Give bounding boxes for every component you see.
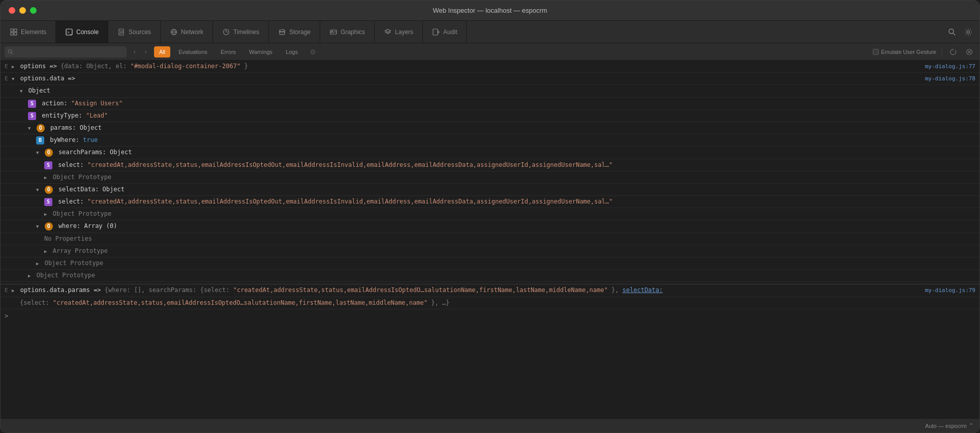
filter-warnings-button[interactable]: Warnings [244,46,278,57]
log-type-e-3: E [5,285,12,294]
tree-searchparams-select: S select: "createdAt,addressState,status… [1,159,979,171]
svg-point-24 [8,49,12,53]
filter-evaluations-button[interactable]: Evaluations [173,46,212,57]
searchparams-toggle[interactable] [36,148,39,157]
tree-where: O where: Array (0) [1,220,979,233]
console-clear-button[interactable] [963,46,975,58]
log-source-1[interactable]: my-dialog.js:77 [921,62,975,70]
statusbar-chevron[interactable]: ⌃ [969,422,973,429]
tab-network[interactable]: Network [161,21,213,43]
svg-line-25 [11,52,13,54]
window-controls [9,7,37,14]
timelines-icon [222,28,230,36]
console-settings-icon[interactable]: ⊙ [306,45,320,59]
statusbar: Auto — espocrm ⌃ [1,418,979,432]
tab-storage[interactable]: Storage [269,21,320,43]
log-content-3: options.data.params => {where: [], searc… [12,285,921,295]
tree-searchparams-proto-content: Object Prototype [12,172,975,182]
params-toggle[interactable] [28,123,30,133]
filter-logs-button[interactable]: Logs [281,46,303,57]
svg-point-23 [967,31,970,33]
graphics-icon [329,28,338,36]
search-icon[interactable] [945,25,959,39]
tree-root-proto-content: Object Prototype [12,271,975,280]
selectdata-link[interactable]: selectData: [623,286,663,294]
console-content: E options => {data: Object, el: "#modal-… [1,61,979,418]
log-content-3-cont: {select: "createdAt,addressState,status,… [12,298,975,308]
filter-all-button[interactable]: All [154,46,170,57]
close-button[interactable] [9,7,15,14]
statusbar-text: Auto — espocrm [925,423,967,429]
log-source-2[interactable]: my-dialog.js:78 [921,74,975,82]
badge-s-action: S [28,100,36,108]
expand-toggle-2[interactable] [12,74,14,83]
selectdata-toggle[interactable] [36,185,39,194]
expand-toggle-3[interactable] [12,285,14,295]
log-type-blank-11 [5,209,12,211]
svg-rect-2 [11,33,13,35]
console-prompt-input[interactable] [12,312,975,320]
log-row-2: E options.data => my-dialog.js:78 [1,73,979,85]
tab-audit[interactable]: Audit [423,21,467,43]
maximize-button[interactable] [30,7,37,14]
svg-point-16 [280,30,285,32]
selectdata-proto-toggle[interactable] [44,209,47,219]
tab-console[interactable]: >_ Console [56,21,108,43]
log-row-3: E options.data.params => {where: [], sea… [1,284,979,297]
tab-sources[interactable]: Sources [108,21,161,43]
params-proto-toggle[interactable] [36,258,39,268]
badge-b-bywhere: B [36,136,44,145]
badge-s-entity: S [28,112,36,120]
array-proto-toggle[interactable] [44,246,47,256]
titlebar: Web Inspector — localhost — espocrm [1,1,979,21]
log-content-2: options.data => [12,74,921,83]
log-source-3[interactable]: my-dialog.js:79 [921,285,975,294]
log-type-blank-1 [5,86,12,88]
tree-object-root: Object [1,85,979,97]
minimize-button[interactable] [19,7,26,14]
tree-params-proto: Object Prototype [1,257,979,270]
log-type-blank-14 [5,246,12,248]
log-type-blank-16 [5,271,12,272]
log-row-1: E options => {data: Object, el: "#modal-… [1,61,979,73]
tab-elements[interactable]: Elements [1,21,56,43]
console-toolbar: ‹ › All Evaluations Errors Warnings Logs… [1,43,979,61]
window-title: Web Inspector — localhost — espocrm [433,7,547,14]
tree-selectdata-proto: Object Prototype [1,208,979,220]
tab-layers[interactable]: Layers [375,21,423,43]
badge-o-params: O [37,124,45,132]
nav-forward-button[interactable]: › [141,47,151,57]
log-type-blank-6 [5,148,12,149]
svg-rect-0 [11,29,13,32]
log-type-blank-3 [5,111,12,112]
log-type-blank-15 [5,258,12,260]
log-type-blank-8 [5,172,12,174]
tree-selectdata-select: S select: "createdAt,addressState,status… [1,196,979,208]
searchparams-proto-toggle[interactable] [44,172,47,182]
sources-icon [117,28,126,36]
tab-timelines[interactable]: Timelines [213,21,269,43]
log-type-e-2: E [5,74,12,82]
tree-bywhere-content: B byWhere: true [12,135,975,145]
root-proto-toggle[interactable] [28,271,30,280]
nav-arrows: ‹ › [130,47,151,57]
filter-errors-button[interactable]: Errors [216,46,241,57]
tree-array-prototype-content: Array Prototype [12,246,975,256]
svg-rect-1 [14,29,17,32]
log-type-blank-4 [5,123,12,125]
log-type-e-1: E [5,62,12,70]
settings-icon[interactable] [961,25,975,39]
search-box[interactable] [5,46,127,57]
expand-toggle-1[interactable] [12,62,14,71]
svg-line-22 [953,33,955,35]
tree-no-properties: No Properties [1,233,979,245]
emulate-gesture-checkbox[interactable] [873,49,879,55]
nav-back-button[interactable]: ‹ [130,47,140,57]
tab-graphics[interactable]: Graphics [320,21,375,43]
where-toggle[interactable] [36,221,39,231]
object-root-toggle[interactable] [20,86,22,96]
web-inspector-window: Web Inspector — localhost — espocrm Elem… [0,0,980,433]
search-input[interactable] [15,49,124,55]
console-reload-button[interactable] [947,46,959,58]
tab-elements-label: Elements [21,28,46,36]
